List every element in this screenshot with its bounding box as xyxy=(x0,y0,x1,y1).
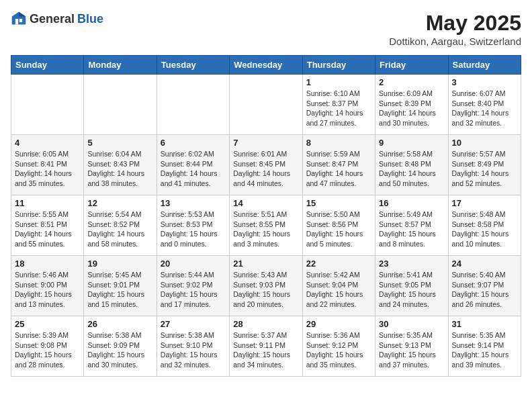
day-info: Sunrise: 6:02 AMSunset: 8:44 PMDaylight:… xyxy=(161,149,226,189)
day-info: Sunrise: 6:09 AMSunset: 8:39 PMDaylight:… xyxy=(379,89,444,128)
week-row-1: 1Sunrise: 6:10 AMSunset: 8:37 PMDaylight… xyxy=(11,75,521,135)
weekday-header-row: SundayMondayTuesdayWednesdayThursdayFrid… xyxy=(11,56,521,75)
day-info: Sunrise: 5:58 AMSunset: 8:48 PMDaylight:… xyxy=(379,149,444,189)
day-info: Sunrise: 5:46 AMSunset: 9:00 PMDaylight:… xyxy=(15,270,80,310)
day-cell: 31Sunrise: 5:35 AMSunset: 9:14 PMDayligh… xyxy=(448,316,521,377)
day-number: 26 xyxy=(87,319,152,329)
day-number: 23 xyxy=(379,259,444,269)
day-cell: 12Sunrise: 5:54 AMSunset: 8:52 PMDayligh… xyxy=(84,195,157,256)
day-info: Sunrise: 5:59 AMSunset: 8:47 PMDaylight:… xyxy=(306,149,371,189)
day-cell: 9Sunrise: 5:58 AMSunset: 8:48 PMDaylight… xyxy=(375,135,448,195)
svg-rect-3 xyxy=(19,19,22,22)
day-number: 12 xyxy=(87,198,152,208)
day-info: Sunrise: 6:05 AMSunset: 8:41 PMDaylight:… xyxy=(15,149,80,189)
day-cell: 30Sunrise: 5:35 AMSunset: 9:13 PMDayligh… xyxy=(375,316,448,377)
day-cell: 5Sunrise: 6:04 AMSunset: 8:43 PMDaylight… xyxy=(84,135,157,195)
location: Dottikon, Aargau, Switzerland xyxy=(389,36,521,47)
day-cell xyxy=(84,75,157,135)
day-number: 16 xyxy=(379,198,444,208)
weekday-header-saturday: Saturday xyxy=(448,56,521,75)
day-number: 20 xyxy=(161,259,226,269)
day-cell xyxy=(11,75,84,135)
day-info: Sunrise: 5:51 AMSunset: 8:55 PMDaylight:… xyxy=(233,210,298,249)
day-number: 29 xyxy=(306,319,371,329)
day-cell: 6Sunrise: 6:02 AMSunset: 8:44 PMDaylight… xyxy=(157,135,229,195)
month-year: May 2025 xyxy=(389,11,521,36)
day-cell: 7Sunrise: 6:01 AMSunset: 8:45 PMDaylight… xyxy=(230,135,302,195)
weekday-header-thursday: Thursday xyxy=(302,56,375,75)
day-number: 3 xyxy=(452,77,517,87)
day-info: Sunrise: 5:36 AMSunset: 9:12 PMDaylight:… xyxy=(306,330,371,370)
day-cell: 13Sunrise: 5:53 AMSunset: 8:53 PMDayligh… xyxy=(157,195,229,256)
weekday-header-wednesday: Wednesday xyxy=(230,56,302,75)
day-info: Sunrise: 5:35 AMSunset: 9:13 PMDaylight:… xyxy=(379,330,444,370)
day-cell: 15Sunrise: 5:50 AMSunset: 8:56 PMDayligh… xyxy=(302,195,375,256)
day-number: 11 xyxy=(15,198,80,208)
week-row-4: 18Sunrise: 5:46 AMSunset: 9:00 PMDayligh… xyxy=(11,256,521,316)
day-number: 28 xyxy=(233,319,298,329)
day-number: 17 xyxy=(452,198,517,208)
day-number: 8 xyxy=(306,138,371,148)
weekday-header-friday: Friday xyxy=(375,56,448,75)
day-info: Sunrise: 5:39 AMSunset: 9:08 PMDaylight:… xyxy=(15,330,80,370)
day-info: Sunrise: 6:10 AMSunset: 8:37 PMDaylight:… xyxy=(306,89,371,128)
day-cell: 10Sunrise: 5:57 AMSunset: 8:49 PMDayligh… xyxy=(448,135,521,195)
day-cell: 18Sunrise: 5:46 AMSunset: 9:00 PMDayligh… xyxy=(11,256,84,316)
day-number: 7 xyxy=(233,138,298,148)
day-info: Sunrise: 5:41 AMSunset: 9:05 PMDaylight:… xyxy=(379,270,444,310)
day-number: 5 xyxy=(87,138,152,148)
day-info: Sunrise: 5:43 AMSunset: 9:03 PMDaylight:… xyxy=(233,270,298,310)
logo: GeneralBlue xyxy=(11,11,103,27)
day-info: Sunrise: 5:57 AMSunset: 8:49 PMDaylight:… xyxy=(452,149,517,189)
day-number: 30 xyxy=(379,319,444,329)
day-number: 18 xyxy=(15,259,80,269)
day-info: Sunrise: 5:55 AMSunset: 8:51 PMDaylight:… xyxy=(15,210,80,249)
logo-general: General xyxy=(30,12,75,26)
day-info: Sunrise: 5:38 AMSunset: 9:09 PMDaylight:… xyxy=(87,330,152,370)
weekday-header-monday: Monday xyxy=(84,56,157,75)
day-number: 1 xyxy=(306,77,371,87)
day-cell: 28Sunrise: 5:37 AMSunset: 9:11 PMDayligh… xyxy=(230,316,302,377)
day-cell: 20Sunrise: 5:44 AMSunset: 9:02 PMDayligh… xyxy=(157,256,229,316)
day-number: 13 xyxy=(161,198,226,208)
day-cell: 8Sunrise: 5:59 AMSunset: 8:47 PMDaylight… xyxy=(302,135,375,195)
day-number: 24 xyxy=(452,259,517,269)
day-cell: 29Sunrise: 5:36 AMSunset: 9:12 PMDayligh… xyxy=(302,316,375,377)
day-number: 21 xyxy=(233,259,298,269)
day-cell: 11Sunrise: 5:55 AMSunset: 8:51 PMDayligh… xyxy=(11,195,84,256)
day-info: Sunrise: 5:37 AMSunset: 9:11 PMDaylight:… xyxy=(233,330,298,370)
week-row-5: 25Sunrise: 5:39 AMSunset: 9:08 PMDayligh… xyxy=(11,316,521,377)
day-number: 22 xyxy=(306,259,371,269)
day-number: 14 xyxy=(233,198,298,208)
day-info: Sunrise: 6:07 AMSunset: 8:40 PMDaylight:… xyxy=(452,89,517,128)
day-info: Sunrise: 5:48 AMSunset: 8:58 PMDaylight:… xyxy=(452,210,517,249)
week-row-2: 4Sunrise: 6:05 AMSunset: 8:41 PMDaylight… xyxy=(11,135,521,195)
day-number: 15 xyxy=(306,198,371,208)
day-cell: 1Sunrise: 6:10 AMSunset: 8:37 PMDaylight… xyxy=(302,75,375,135)
page-header: GeneralBlue May 2025 Dottikon, Aargau, S… xyxy=(11,11,521,47)
day-cell: 26Sunrise: 5:38 AMSunset: 9:09 PMDayligh… xyxy=(84,316,157,377)
week-row-3: 11Sunrise: 5:55 AMSunset: 8:51 PMDayligh… xyxy=(11,195,521,256)
day-cell: 4Sunrise: 6:05 AMSunset: 8:41 PMDaylight… xyxy=(11,135,84,195)
day-cell xyxy=(230,75,302,135)
day-cell: 21Sunrise: 5:43 AMSunset: 9:03 PMDayligh… xyxy=(230,256,302,316)
svg-rect-2 xyxy=(15,19,18,25)
day-info: Sunrise: 5:38 AMSunset: 9:10 PMDaylight:… xyxy=(161,330,226,370)
day-number: 9 xyxy=(379,138,444,148)
day-number: 6 xyxy=(161,138,226,148)
day-number: 2 xyxy=(379,77,444,87)
day-cell: 25Sunrise: 5:39 AMSunset: 9:08 PMDayligh… xyxy=(11,316,84,377)
day-number: 25 xyxy=(15,319,80,329)
title-block: May 2025 Dottikon, Aargau, Switzerland xyxy=(389,11,521,47)
day-info: Sunrise: 5:44 AMSunset: 9:02 PMDaylight:… xyxy=(161,270,226,310)
weekday-header-tuesday: Tuesday xyxy=(157,56,229,75)
day-cell: 22Sunrise: 5:42 AMSunset: 9:04 PMDayligh… xyxy=(302,256,375,316)
day-info: Sunrise: 5:42 AMSunset: 9:04 PMDaylight:… xyxy=(306,270,371,310)
day-cell xyxy=(157,75,229,135)
day-cell: 2Sunrise: 6:09 AMSunset: 8:39 PMDaylight… xyxy=(375,75,448,135)
day-number: 4 xyxy=(15,138,80,148)
day-info: Sunrise: 5:40 AMSunset: 9:07 PMDaylight:… xyxy=(452,270,517,310)
day-info: Sunrise: 5:35 AMSunset: 9:14 PMDaylight:… xyxy=(452,330,517,370)
day-cell: 24Sunrise: 5:40 AMSunset: 9:07 PMDayligh… xyxy=(448,256,521,316)
day-cell: 14Sunrise: 5:51 AMSunset: 8:55 PMDayligh… xyxy=(230,195,302,256)
